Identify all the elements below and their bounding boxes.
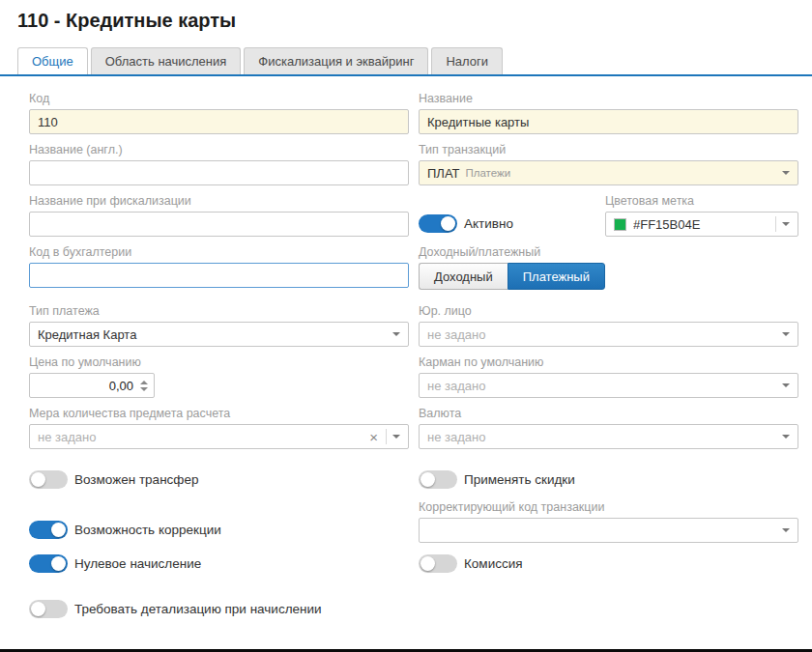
field-income-payment: Доходный/платежный Доходный Платежный bbox=[419, 245, 798, 290]
quantity-measure-placeholder: не задано bbox=[38, 430, 363, 444]
default-price-value: 0,00 bbox=[38, 379, 138, 393]
zero-accrual-toggle[interactable] bbox=[29, 554, 68, 573]
zero-accrual-toggle-label: Нулевое начисление bbox=[74, 556, 201, 571]
tab-bar: Общие Область начисления Фискализация и … bbox=[0, 47, 812, 76]
color-value: #FF15B04E bbox=[633, 217, 768, 232]
discounts-toggle-label: Применять скидки bbox=[464, 472, 575, 487]
detail-required-toggle-label: Требовать детализацию при начислении bbox=[74, 602, 322, 616]
spin-down-icon[interactable] bbox=[140, 387, 148, 391]
legal-entity-label: Юр. лицо bbox=[419, 304, 798, 319]
field-quantity-measure: Мера количества предмета расчета не зада… bbox=[29, 407, 409, 449]
name-en-input[interactable] bbox=[29, 160, 409, 185]
correction-toggle[interactable] bbox=[29, 521, 68, 539]
field-name: Название bbox=[419, 92, 798, 134]
page-title: 110 - Кредитные карты bbox=[0, 0, 812, 32]
chevron-down-icon bbox=[782, 528, 790, 532]
payment-type-editor: 110 - Кредитные карты Общие Область начи… bbox=[0, 0, 812, 627]
default-pocket-select[interactable]: не задано bbox=[419, 373, 798, 398]
chevron-down-icon bbox=[782, 171, 790, 175]
income-button[interactable]: Доходный bbox=[419, 263, 508, 290]
income-payment-segmented: Доходный Платежный bbox=[419, 263, 605, 290]
fiscal-name-input[interactable] bbox=[29, 212, 409, 237]
toggle-detail-required-row[interactable]: Требовать детализацию при начислении bbox=[29, 600, 409, 618]
active-and-color-row: Активно Цветовая метка #FF15B04E bbox=[419, 194, 798, 237]
field-currency: Валюта не задано bbox=[419, 407, 798, 449]
code-label: Код bbox=[29, 92, 409, 106]
name-label: Название bbox=[419, 92, 798, 106]
clear-icon[interactable]: × bbox=[369, 430, 378, 444]
toggle-discounts-row[interactable]: Применять скидки bbox=[419, 470, 798, 489]
discounts-toggle[interactable] bbox=[419, 470, 457, 489]
payment-button[interactable]: Платежный bbox=[508, 263, 605, 290]
toggle-zero-accrual-row[interactable]: Нулевое начисление bbox=[29, 554, 409, 573]
field-correcting-code: Корректирующий код транзакции bbox=[419, 500, 798, 543]
field-code: Код bbox=[29, 92, 409, 134]
toggle-commission-row[interactable]: Комиссия bbox=[419, 554, 798, 573]
default-pocket-placeholder: не задано bbox=[427, 379, 776, 393]
transfer-toggle[interactable] bbox=[29, 470, 68, 489]
select-divider bbox=[386, 429, 387, 444]
spin-up-icon[interactable] bbox=[140, 381, 148, 384]
empty-cell bbox=[419, 600, 798, 618]
chevron-down-icon bbox=[782, 332, 790, 336]
chevron-down-icon bbox=[392, 435, 400, 439]
currency-placeholder: не задано bbox=[427, 430, 776, 444]
chevron-down-icon bbox=[782, 435, 790, 439]
payment-type-select[interactable]: Кредитная Карта bbox=[29, 322, 409, 347]
color-swatch bbox=[614, 218, 626, 231]
spinner-buttons[interactable] bbox=[138, 381, 150, 391]
field-transaction-type: Тип транзакций ПЛАТ Платежи bbox=[419, 143, 798, 185]
toggle-correction-row[interactable]: Возможность коррекции bbox=[29, 521, 409, 539]
active-toggle-row[interactable]: Активно bbox=[419, 214, 513, 233]
chevron-down-icon bbox=[782, 383, 790, 387]
tab-taxes[interactable]: Налоги bbox=[431, 47, 503, 74]
tab-fiscalization[interactable]: Фискализация и эквайринг bbox=[244, 47, 428, 74]
currency-select[interactable]: не задано bbox=[419, 424, 798, 449]
commission-toggle[interactable] bbox=[419, 554, 457, 573]
field-color-tag: Цветовая метка #FF15B04E bbox=[605, 194, 798, 237]
name-input[interactable] bbox=[419, 109, 798, 134]
field-name-en: Название (англ.) bbox=[29, 143, 409, 185]
correcting-code-select[interactable] bbox=[419, 518, 798, 543]
default-price-input[interactable]: 0,00 bbox=[29, 373, 155, 398]
detail-required-toggle[interactable] bbox=[29, 600, 68, 618]
toggle-knob bbox=[420, 556, 435, 571]
transfer-toggle-label: Возможен трансфер bbox=[74, 472, 198, 487]
code-input[interactable] bbox=[29, 109, 409, 134]
tab-accrual-area[interactable]: Область начисления bbox=[91, 47, 242, 74]
toggle-correction-cell: Возможность коррекции bbox=[29, 500, 409, 543]
toggle-knob bbox=[441, 216, 455, 231]
transaction-type-description: Платежи bbox=[465, 167, 776, 179]
select-divider bbox=[775, 216, 776, 232]
toggle-knob bbox=[420, 472, 435, 487]
legal-entity-select[interactable]: не задано bbox=[419, 322, 798, 347]
color-picker[interactable]: #FF15B04E bbox=[605, 212, 798, 237]
default-pocket-label: Карман по умолчанию bbox=[419, 355, 798, 370]
chevron-down-icon bbox=[392, 332, 400, 336]
color-tag-label: Цветовая метка bbox=[605, 194, 798, 209]
default-price-label: Цена по умолчанию bbox=[29, 355, 409, 370]
transaction-type-code: ПЛАТ bbox=[427, 166, 459, 181]
fiscal-name-label: Название при фискализации bbox=[29, 194, 409, 209]
chevron-down-icon bbox=[782, 222, 790, 226]
name-en-label: Название (англ.) bbox=[29, 143, 409, 157]
income-payment-label: Доходный/платежный bbox=[419, 245, 798, 260]
transaction-type-label: Тип транзакций bbox=[419, 143, 798, 157]
general-form: Код Название Название (англ.) Тип транза… bbox=[0, 76, 812, 627]
correcting-code-label: Корректирующий код транзакции bbox=[419, 500, 798, 515]
accounting-code-input[interactable] bbox=[29, 263, 409, 288]
field-payment-type: Тип платежа Кредитная Карта bbox=[29, 304, 409, 347]
transaction-type-select[interactable]: ПЛАТ Платежи bbox=[419, 160, 798, 185]
currency-label: Валюта bbox=[419, 407, 798, 421]
quantity-measure-label: Мера количества предмета расчета bbox=[29, 407, 409, 421]
tab-general[interactable]: Общие bbox=[17, 47, 88, 74]
payment-type-value: Кредитная Карта bbox=[38, 327, 387, 342]
field-legal-entity: Юр. лицо не задано bbox=[419, 304, 798, 347]
legal-entity-placeholder: не задано bbox=[427, 327, 776, 342]
quantity-measure-select[interactable]: не задано × bbox=[29, 424, 409, 449]
field-default-pocket: Карман по умолчанию не задано bbox=[419, 355, 798, 398]
active-toggle[interactable] bbox=[419, 214, 457, 233]
payment-type-label: Тип платежа bbox=[29, 304, 409, 319]
toggle-transfer-row[interactable]: Возможен трансфер bbox=[29, 470, 409, 489]
commission-toggle-label: Комиссия bbox=[464, 556, 523, 571]
